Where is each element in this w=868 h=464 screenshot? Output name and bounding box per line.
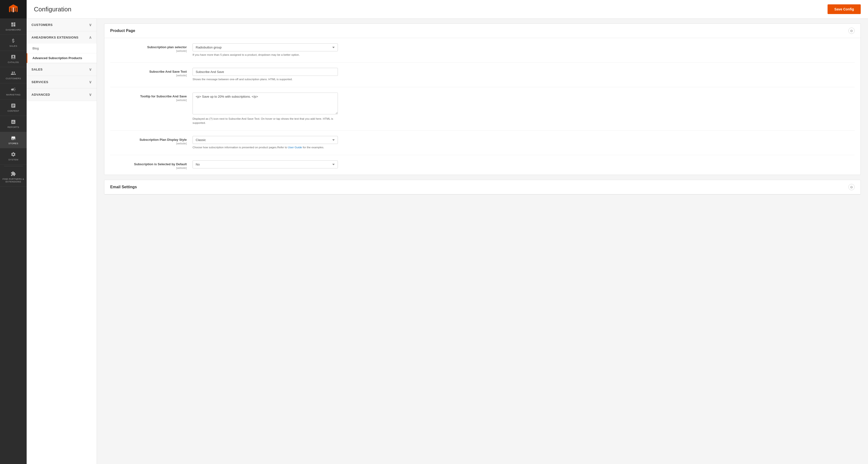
form-row-tooltip-subscribe: Tooltip for Subscribe And Save [website]… [110,87,855,131]
tooltip-subscribe-scope: [website] [110,98,187,102]
sidebar-item-system[interactable]: System [0,148,27,165]
dashboard-icon [11,22,16,27]
form-control-col-tooltip: <p> Save up to 20% with subscriptions. <… [192,92,338,125]
product-page-section-title: Product Page [110,29,135,33]
tooltip-subscribe-hint: Displayed as (?) icon next to Subscribe … [192,117,338,125]
form-label-col-subscribe-save: Subscribe And Save Text [website] [110,68,192,77]
sidebar-item-find-partners[interactable]: Find Partners & Extensions [0,168,27,186]
nav-section-services-header[interactable]: Services ∨ [27,76,97,88]
nav-section-sales-label: Sales [31,67,42,71]
nav-sub-item-blog[interactable]: Blog [27,44,97,53]
left-nav: Customers ∨ Aheadworks Extensions ∧ Blog… [27,19,97,464]
email-settings-section-header[interactable]: Email Settings ⊖ [104,180,861,194]
product-page-form: Subscription plan selector [website] Rad… [104,38,861,175]
top-header: Configuration Save Config [27,0,868,19]
chevron-down-icon-services: ∨ [89,80,92,84]
nav-section-customers-label: Customers [31,23,53,27]
sidebar-item-marketing[interactable]: Marketing [0,83,27,99]
nav-section-advanced: Advanced ∨ [27,88,97,101]
sidebar-item-dashboard[interactable]: Dashboard [0,19,27,35]
stores-icon [11,136,16,141]
nav-section-services: Services ∨ [27,76,97,88]
catalog-icon [11,54,16,60]
form-control-col-display-style: Classic Modern Choose how subscription i… [192,136,338,149]
subscribe-save-text-input[interactable] [192,68,338,76]
content-icon [11,103,16,108]
page-title: Configuration [34,6,71,13]
sales-icon [11,38,16,44]
email-settings-section: Email Settings ⊖ [104,180,861,195]
sidebar-catalog-label: Catalog [8,61,19,63]
form-label-col-display-style: Subscription Plan Display Style [website… [110,136,192,145]
sidebar: Dashboard Sales Catalog Customers Market… [0,0,27,464]
nav-section-services-label: Services [31,80,49,84]
tooltip-subscribe-textarea[interactable]: <p> Save up to 20% with subscriptions. <… [192,92,338,114]
nav-section-aheadworks: Aheadworks Extensions ∧ Blog Advanced Su… [27,31,97,63]
display-style-select[interactable]: Classic Modern [192,136,338,144]
product-page-toggle-icon[interactable]: ⊖ [848,28,855,34]
form-label-col-tooltip: Tooltip for Subscribe And Save [website] [110,92,192,102]
product-page-section: Product Page ⊖ Subscription plan selecto… [104,24,861,175]
display-style-hint: Choose how subscription information is p… [192,145,338,149]
sidebar-item-customers[interactable]: Customers [0,67,27,83]
form-control-col-subscribe-save: Shows the message between one-off and su… [192,68,338,81]
email-settings-section-title: Email Settings [110,185,137,189]
nav-section-aheadworks-header[interactable]: Aheadworks Extensions ∧ [27,31,97,44]
form-label-col-subscription-plan: Subscription plan selector [website] [110,44,192,52]
main-content: Product Page ⊖ Subscription plan selecto… [97,19,868,464]
content-area: Customers ∨ Aheadworks Extensions ∧ Blog… [27,19,868,464]
sidebar-marketing-label: Marketing [6,93,20,96]
selected-default-select[interactable]: No Yes [192,161,338,168]
chevron-down-icon: ∨ [89,23,92,27]
nav-sub-item-advanced-subscription[interactable]: Advanced Subscription Products [27,53,97,63]
form-control-col-subscription-plan: Radiobutton group Dropdown If you have m… [192,44,338,57]
chevron-down-icon-sales: ∨ [89,67,92,72]
form-control-col-selected-default: No Yes [192,161,338,168]
form-row-subscription-plan-selector: Subscription plan selector [website] Rad… [110,38,855,62]
main-wrapper: Configuration Save Config Customers ∨ Ah… [27,0,868,464]
sidebar-extensions-label: Find Partners & Extensions [2,178,25,183]
magento-logo-icon [8,4,18,14]
save-config-button[interactable]: Save Config [828,4,861,14]
user-guide-link[interactable]: User Guide [288,146,302,149]
subscription-plan-selector-select[interactable]: Radiobutton group Dropdown [192,44,338,51]
sidebar-divider [4,166,23,166]
sidebar-sales-label: Sales [9,45,17,47]
selected-default-label: Subscription is Selected by Default [110,162,187,166]
sidebar-reports-label: Reports [7,126,19,128]
form-row-display-style: Subscription Plan Display Style [website… [110,130,855,155]
extensions-icon [11,171,16,176]
form-row-subscribe-save-text: Subscribe And Save Text [website] Shows … [110,62,855,87]
sidebar-item-reports[interactable]: Reports [0,116,27,132]
sidebar-dashboard-label: Dashboard [6,28,21,31]
sidebar-item-sales[interactable]: Sales [0,35,27,51]
customers-icon [11,70,16,76]
display-style-scope: [website] [110,142,187,145]
nav-section-advanced-label: Advanced [31,93,50,96]
nav-section-customers-header[interactable]: Customers ∨ [27,19,97,31]
nav-section-sales: Sales ∨ [27,63,97,76]
subscription-plan-selector-scope: [website] [110,50,187,52]
subscription-plan-selector-label: Subscription plan selector [110,45,187,49]
reports-icon [11,119,16,124]
subscribe-save-text-hint: Shows the message between one-off and su… [192,77,338,81]
nav-section-sales-header[interactable]: Sales ∨ [27,63,97,76]
sidebar-content-label: Content [7,110,19,112]
sidebar-item-content[interactable]: Content [0,99,27,116]
nav-section-aheadworks-label: Aheadworks Extensions [31,36,79,39]
nav-section-customers: Customers ∨ [27,19,97,31]
subscription-plan-selector-hint: If you have more than 5 plans assigned t… [192,53,338,57]
selected-default-scope: [website] [110,167,187,169]
sidebar-stores-label: Stores [8,142,19,145]
display-style-label: Subscription Plan Display Style [110,138,187,142]
tooltip-subscribe-label: Tooltip for Subscribe And Save [110,94,187,98]
sidebar-logo [0,0,27,19]
marketing-icon [11,87,16,92]
form-row-selected-by-default: Subscription is Selected by Default [web… [110,155,855,175]
subscribe-save-text-label: Subscribe And Save Text [110,70,187,74]
email-settings-toggle-icon[interactable]: ⊖ [848,184,855,190]
nav-section-advanced-header[interactable]: Advanced ∨ [27,88,97,101]
product-page-section-header[interactable]: Product Page ⊖ [104,24,861,38]
sidebar-item-catalog[interactable]: Catalog [0,51,27,67]
sidebar-item-stores[interactable]: Stores [0,132,27,148]
